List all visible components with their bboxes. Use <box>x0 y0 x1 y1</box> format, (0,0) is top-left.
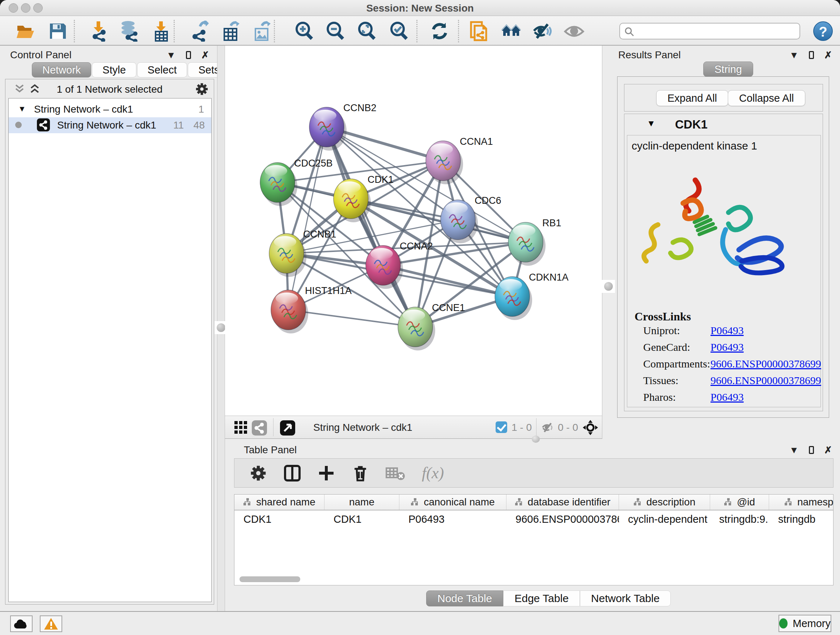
collapse-all-button[interactable]: Collapse All <box>728 90 805 106</box>
popout-view-icon[interactable] <box>280 420 295 435</box>
network-canvas[interactable]: CCNB2CCNA1CDC25BCDK1CDC6RB1CCNB1CCNA2CDK… <box>225 46 602 416</box>
export-table-icon[interactable] <box>220 21 241 42</box>
tab-node-table[interactable]: Node Table <box>426 591 503 606</box>
collection-count: 1 <box>198 103 204 115</box>
zoom-in-icon[interactable] <box>294 21 315 42</box>
splitter-handle[interactable] <box>602 280 615 293</box>
network-node-HIST1H1A[interactable]: HIST1H1A <box>271 285 352 333</box>
show-all-icon[interactable] <box>564 21 584 42</box>
string-view-icon[interactable] <box>252 420 267 435</box>
refresh-icon[interactable] <box>429 21 450 42</box>
string-network-graph[interactable]: CCNB2CCNA1CDC25BCDK1CDC6RB1CCNB1CCNA2CDK… <box>225 46 602 416</box>
tab-select[interactable]: Select <box>137 62 187 78</box>
network-node-CDC6[interactable]: CDC6 <box>441 195 501 243</box>
scrollbar-thumb[interactable] <box>240 576 300 582</box>
column-header[interactable]: namespac <box>769 494 834 510</box>
export-image-icon[interactable] <box>251 21 272 42</box>
crosslink-label: Pharos: <box>643 391 676 403</box>
selected-nodes-checkbox-icon[interactable] <box>496 421 507 433</box>
delete-column-icon[interactable] <box>352 464 369 482</box>
warnings-button[interactable] <box>40 616 62 632</box>
network-row-selected[interactable]: String Network – cdk1 11 48 <box>9 117 211 133</box>
network-node-CCNE1[interactable]: CCNE1 <box>398 302 465 350</box>
search-input[interactable] <box>638 24 797 38</box>
network-tree: ▼ String Network – cdk1 1 String Network… <box>8 98 212 602</box>
import-network-icon[interactable] <box>88 21 109 42</box>
column-header[interactable]: shared name <box>234 494 325 510</box>
duplicate-network-icon[interactable] <box>469 21 490 42</box>
maximize-panel-icon[interactable] <box>809 446 814 454</box>
edge-count: 48 <box>194 119 205 131</box>
zoom-fit-icon[interactable] <box>356 21 377 42</box>
table-options-gear-icon[interactable] <box>249 464 267 482</box>
horizontal-scrollbar[interactable] <box>236 576 831 583</box>
network-options-gear-icon[interactable] <box>195 82 209 96</box>
float-panel-icon[interactable]: ▼ <box>166 50 176 60</box>
network-node-CDC25B[interactable]: CDC25B <box>260 158 333 206</box>
column-header[interactable]: canonical name <box>399 494 507 510</box>
table-cell[interactable]: cyclin-dependent ... <box>619 510 710 529</box>
help-icon[interactable]: ? <box>813 21 833 41</box>
column-header[interactable]: name <box>325 494 399 510</box>
column-header[interactable]: database identifier <box>507 494 619 510</box>
network-node-CDK1[interactable]: CDK1 <box>333 174 393 222</box>
float-panel-icon[interactable]: ▼ <box>789 50 799 60</box>
crosslink-link[interactable]: P06493 <box>711 341 744 353</box>
delete-table-icon[interactable] <box>386 464 405 482</box>
close-panel-icon[interactable]: ✗ <box>824 50 832 60</box>
tab-network-table[interactable]: Network Table <box>580 591 671 606</box>
birdseye-navigator-icon[interactable] <box>583 420 598 435</box>
grid-view-icon[interactable] <box>234 420 248 435</box>
expand-all-button[interactable]: Expand All <box>656 90 728 106</box>
maximize-panel-icon[interactable] <box>186 51 191 59</box>
create-column-icon[interactable] <box>317 464 335 482</box>
network-node-RB1[interactable]: RB1 <box>508 218 561 266</box>
column-type-icon <box>243 498 252 507</box>
tab-string[interactable]: String <box>703 62 753 77</box>
section-expander-icon[interactable]: ▼ <box>647 119 655 128</box>
table-cell[interactable]: stringdb <box>769 510 834 529</box>
table-cell[interactable]: stringdb:9... <box>710 510 769 529</box>
network-node-CDKN1A[interactable]: CDKN1A <box>495 272 569 320</box>
network-node-CCNB1[interactable]: CCNB1 <box>269 229 336 277</box>
network-collection-row[interactable]: ▼ String Network – cdk1 1 <box>9 102 211 117</box>
tab-style[interactable]: Style <box>92 62 136 78</box>
close-panel-icon[interactable]: ✗ <box>201 50 209 60</box>
zoom-out-icon[interactable] <box>325 21 346 42</box>
crosslink-link[interactable]: 9606.ENSP00000378699 <box>711 374 821 386</box>
export-network-icon[interactable] <box>189 21 210 42</box>
table-panel-title: Table Panel <box>244 444 297 456</box>
splitter-handle[interactable] <box>532 435 540 443</box>
panel-splitter-left[interactable] <box>217 46 225 611</box>
save-session-icon[interactable] <box>47 21 68 42</box>
import-database-icon[interactable] <box>118 21 140 42</box>
table-cell[interactable]: P06493 <box>399 510 507 529</box>
column-header[interactable]: @id <box>710 494 769 510</box>
import-table-icon[interactable] <box>150 21 172 42</box>
zoom-selected-icon[interactable] <box>388 21 409 42</box>
network-edges[interactable] <box>278 127 526 327</box>
float-panel-icon[interactable]: ▼ <box>789 445 799 455</box>
crosslink-link[interactable]: P06493 <box>711 325 744 337</box>
table-row[interactable]: CDK1CDK1P064939606.ENSP00000378699cyclin… <box>234 510 833 529</box>
tab-edge-table[interactable]: Edge Table <box>503 591 580 606</box>
maximize-panel-icon[interactable] <box>809 51 814 59</box>
column-header[interactable]: description <box>619 494 710 510</box>
tab-network[interactable]: Network <box>32 62 91 78</box>
collection-expander-icon[interactable]: ▼ <box>18 104 26 114</box>
gene-section-header[interactable]: ▼ CDK1 <box>624 114 823 134</box>
crosslink-link[interactable]: 9606.ENSP00000378699 <box>711 358 821 370</box>
table-cell[interactable]: 9606.ENSP00000378699 <box>507 510 619 529</box>
table-cell[interactable]: CDK1 <box>325 510 399 529</box>
cloud-status-button[interactable] <box>10 616 33 632</box>
table-cell[interactable]: CDK1 <box>234 510 325 529</box>
close-panel-icon[interactable]: ✗ <box>824 445 832 455</box>
network-node-CCNB2[interactable]: CCNB2 <box>309 103 377 150</box>
first-neighbors-icon[interactable] <box>501 21 522 42</box>
function-builder-icon[interactable]: f(x) <box>422 464 444 482</box>
crosslink-link[interactable]: P06493 <box>711 391 744 403</box>
show-columns-icon[interactable] <box>284 464 301 482</box>
memory-button[interactable]: Memory <box>778 615 831 632</box>
hide-selected-icon[interactable] <box>532 21 553 42</box>
open-file-icon[interactable] <box>15 21 36 42</box>
